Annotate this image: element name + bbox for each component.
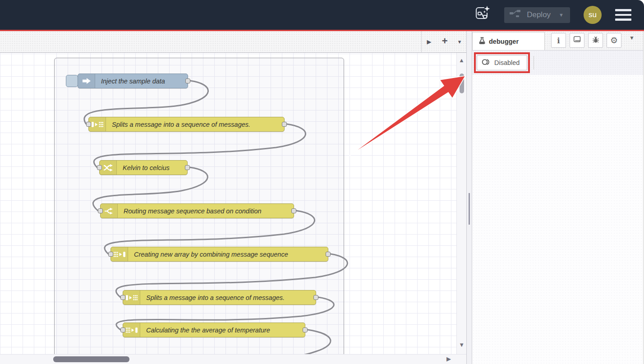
- flow-node-split-2[interactable]: Splits a message into a sequence of mess…: [123, 290, 316, 305]
- ai-flow-generator-button[interactable]: [474, 7, 491, 23]
- help-docs-button[interactable]: [570, 33, 584, 48]
- deploy-button[interactable]: Deploy ▼: [504, 7, 570, 23]
- flow-node-split-1[interactable]: Splits a message into a sequence of mess…: [88, 117, 285, 132]
- flow-node-change[interactable]: Kelvin to celcius: [99, 160, 188, 175]
- inject-trigger-button[interactable]: [66, 75, 78, 87]
- scroll-down-icon[interactable]: ▼: [459, 342, 465, 348]
- node-input-port[interactable]: [86, 122, 91, 127]
- flow-tab-bar: ▶ + ▾: [0, 31, 466, 53]
- node-input-port[interactable]: [120, 295, 125, 300]
- tab-debugger[interactable]: debugger: [472, 32, 545, 50]
- vertical-scrollbar-thumb[interactable]: [460, 74, 464, 93]
- sidebar-tab-bar: debugger i: [472, 31, 643, 51]
- info-icon: i: [557, 36, 560, 45]
- debug-toolbar: Disabled: [472, 51, 643, 75]
- join-icon: [123, 323, 140, 337]
- toggle-off-icon: [482, 59, 491, 67]
- config-nodes-button[interactable]: ⚙: [607, 33, 621, 48]
- switch-icon: [101, 204, 118, 218]
- node-red-app: Deploy ▼ su ▶ + ▾: [0, 0, 644, 364]
- node-label: Inject the sample data: [95, 78, 171, 85]
- node-output-port[interactable]: [303, 327, 308, 332]
- ai-flow-sparkle-icon: [474, 5, 491, 24]
- workspace: ▶ + ▾: [0, 31, 467, 364]
- debug-filter-disabled-button[interactable]: Disabled: [477, 55, 527, 70]
- toolbar-divider: [534, 56, 534, 69]
- app-header: Deploy ▼ su: [0, 0, 644, 30]
- node-label: Kelvin to celcius: [117, 164, 176, 171]
- deploy-label: Deploy: [527, 10, 551, 19]
- change-icon: [100, 161, 117, 175]
- node-input-port[interactable]: [120, 327, 125, 332]
- bug-icon: [592, 36, 599, 45]
- node-output-port[interactable]: [282, 122, 287, 127]
- horizontal-scrollbar-thumb[interactable]: [53, 356, 129, 362]
- sidebar-menu-caret-icon[interactable]: ▼: [629, 35, 635, 46]
- flow-node-join-1[interactable]: Creating new array by combining message …: [110, 247, 328, 262]
- disabled-label: Disabled: [494, 59, 520, 66]
- scroll-right-icon[interactable]: ▶: [446, 356, 451, 362]
- book-icon: [573, 36, 581, 45]
- main-menu-button[interactable]: [615, 9, 631, 21]
- node-label: Splits a message into a sequence of mess…: [106, 121, 257, 128]
- splitter-grip[interactable]: [469, 193, 470, 225]
- scroll-up-icon[interactable]: ▲: [459, 57, 465, 63]
- sidebar: debugger i: [472, 31, 644, 364]
- sidebar-splitter[interactable]: [467, 31, 472, 364]
- node-label: Calculating the the average of temperatu…: [140, 327, 276, 334]
- node-label: Creating new array by combining message …: [128, 251, 294, 258]
- scroll-tabs-right-icon[interactable]: ▶: [427, 38, 432, 45]
- avatar-initials: su: [589, 10, 597, 19]
- node-input-port[interactable]: [108, 252, 113, 257]
- debug-message-list[interactable]: [472, 75, 643, 364]
- node-output-port[interactable]: [313, 295, 318, 300]
- flow-canvas[interactable]: Inject the sample data Splits a messa: [0, 53, 466, 364]
- node-input-port[interactable]: [98, 208, 103, 213]
- join-icon: [111, 247, 128, 261]
- node-label: Splits a message into a sequence of mess…: [140, 294, 291, 301]
- flow-node-switch[interactable]: Routing message sequence based on condit…: [100, 203, 294, 218]
- flow-node-join-2[interactable]: Calculating the the average of temperatu…: [123, 323, 305, 337]
- debug-messages-button[interactable]: [588, 33, 603, 48]
- split-icon: [89, 117, 106, 131]
- node-output-port[interactable]: [326, 252, 331, 257]
- node-output-port[interactable]: [185, 165, 190, 170]
- inject-icon: [78, 74, 95, 88]
- flow-tab-strip[interactable]: [0, 31, 421, 52]
- info-button[interactable]: i: [551, 33, 566, 48]
- tab-debugger-label: debugger: [489, 38, 519, 45]
- horizontal-scrollbar[interactable]: ▶: [0, 354, 466, 364]
- split-icon: [123, 290, 140, 304]
- node-output-port[interactable]: [185, 78, 190, 83]
- node-output-port[interactable]: [291, 208, 296, 213]
- node-label: Routing message sequence based on condit…: [118, 207, 268, 215]
- node-input-port[interactable]: [97, 165, 102, 170]
- gear-icon: ⚙: [610, 35, 618, 46]
- deploy-options-caret-icon[interactable]: ▼: [559, 12, 564, 18]
- flow-list-caret-icon[interactable]: ▾: [458, 38, 461, 45]
- flow-node-inject[interactable]: Inject the sample data: [78, 74, 188, 88]
- user-avatar[interactable]: su: [584, 6, 602, 24]
- deploy-nodes-icon: [510, 10, 521, 20]
- hamburger-icon: [615, 9, 631, 11]
- vertical-scrollbar[interactable]: ▲: [456, 53, 466, 354]
- flask-icon: [479, 37, 485, 46]
- add-flow-button[interactable]: +: [442, 35, 448, 47]
